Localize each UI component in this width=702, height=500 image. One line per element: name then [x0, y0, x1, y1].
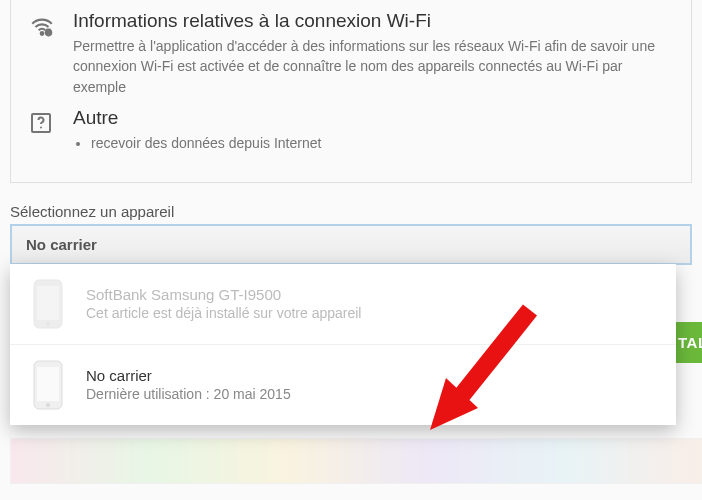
svg-point-11: [46, 403, 50, 407]
device-subtitle: Dernière utilisation : 20 mai 2015: [86, 386, 291, 402]
wifi-icon: [29, 10, 61, 97]
svg-point-3: [48, 34, 50, 36]
device-name: No carrier: [86, 367, 291, 384]
svg-rect-2: [47, 30, 49, 33]
permission-wifi: Informations relatives à la connexion Wi…: [29, 10, 673, 97]
svg-point-5: [40, 126, 42, 128]
dropdown-panel: SoftBank Samsung GT-I9500 Cet article es…: [10, 264, 676, 425]
permission-wifi-title: Informations relatives à la connexion Wi…: [73, 10, 673, 32]
permission-other-title: Autre: [73, 107, 673, 129]
svg-rect-10: [37, 367, 59, 401]
svg-point-8: [46, 322, 50, 326]
device-selector-label: Sélectionnez un appareil: [10, 203, 692, 220]
permission-other: Autre recevoir des données depuis Intern…: [29, 107, 673, 154]
permission-other-bullet: recevoir des données depuis Internet: [91, 133, 673, 154]
device-name: SoftBank Samsung GT-I9500: [86, 286, 361, 303]
phone-icon: [28, 278, 68, 330]
device-dropdown: No carrier SoftBank Samsung GT-I9500 Cet…: [10, 224, 692, 265]
device-option-samsung: SoftBank Samsung GT-I9500 Cet article es…: [10, 264, 676, 344]
svg-rect-7: [37, 286, 59, 320]
question-icon: [29, 107, 61, 154]
app-carousel: [10, 438, 702, 484]
dropdown-selected[interactable]: No carrier: [10, 224, 692, 265]
device-option-nocarrier[interactable]: No carrier Dernière utilisation : 20 mai…: [10, 344, 676, 425]
permission-wifi-description: Permettre à l'application d'accéder à de…: [73, 36, 673, 97]
permissions-card: Informations relatives à la connexion Wi…: [10, 0, 692, 183]
svg-point-0: [41, 32, 44, 35]
phone-icon: [28, 359, 68, 411]
device-subtitle: Cet article est déjà installé sur votre …: [86, 305, 361, 321]
